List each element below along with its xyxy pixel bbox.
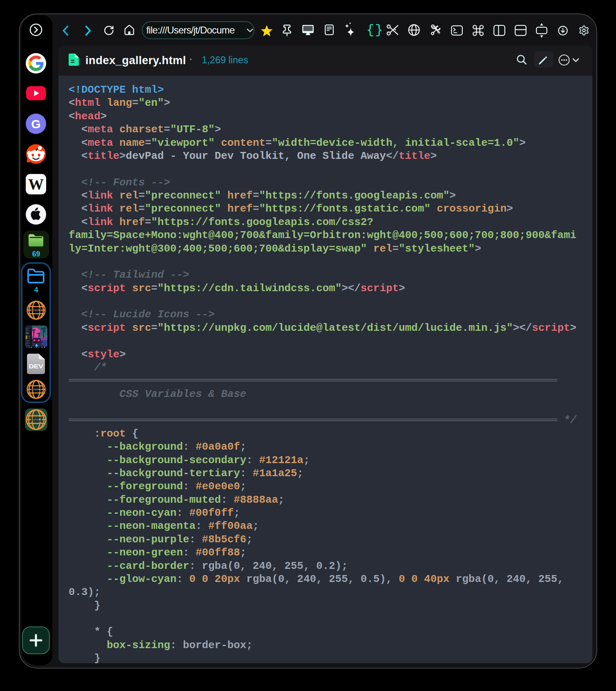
svg-text:DEV: DEV <box>29 362 43 369</box>
svg-text:IND: IND <box>31 306 41 313</box>
svg-text:IND: IND <box>31 386 41 392</box>
svg-text:IND: IND <box>31 416 42 423</box>
svg-text:G: G <box>31 117 40 131</box>
svg-text:W: W <box>28 175 44 192</box>
